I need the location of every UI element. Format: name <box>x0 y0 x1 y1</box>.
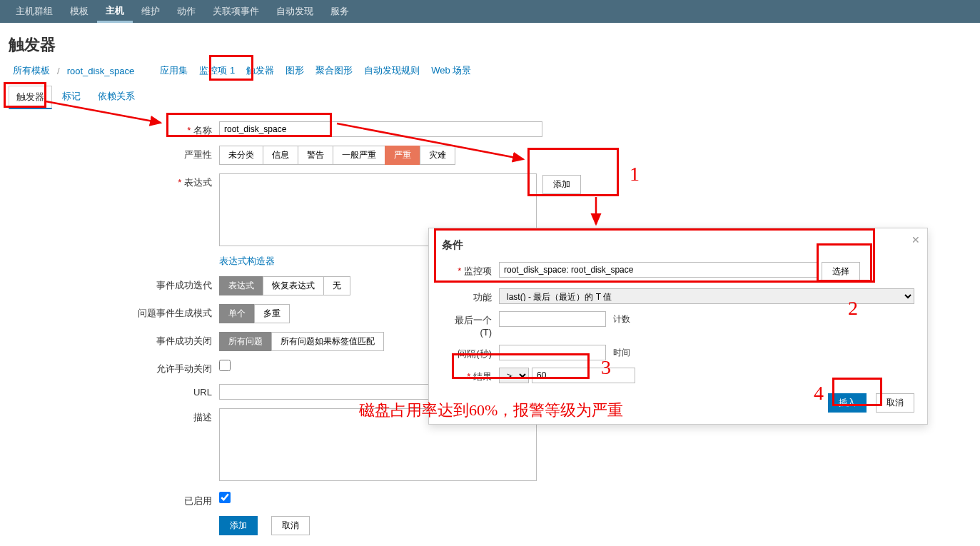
subtabs: 触发器 标记 依赖关系 <box>0 86 980 110</box>
nav-services[interactable]: 服务 <box>322 0 358 23</box>
modal-last-input[interactable] <box>499 311 606 327</box>
ok-close-all[interactable]: 所有问题 <box>219 332 272 351</box>
annotation-text: 磁盘占用率达到60%，报警等级为严重 <box>359 400 623 421</box>
modal-result-label: 结果 <box>467 371 492 382</box>
nav-discovery[interactable]: 自动发现 <box>268 0 322 23</box>
modal-close-icon[interactable]: ✕ <box>911 234 920 246</box>
ok-event-none[interactable]: 无 <box>323 276 350 295</box>
submit-add-button[interactable]: 添加 <box>219 516 258 535</box>
bc-web-scenarios[interactable]: Web 场景 <box>427 64 475 77</box>
sev-not-classified[interactable]: 未分类 <box>219 146 263 165</box>
severity-group: 未分类 信息 警告 一般严重 严重 灾难 <box>219 146 971 165</box>
problem-mode-multiple[interactable]: 多重 <box>254 304 290 323</box>
modal-item-input[interactable] <box>499 262 819 278</box>
sev-disaster[interactable]: 灾难 <box>420 146 455 165</box>
name-label: 名称 <box>187 125 212 136</box>
ok-event-expression[interactable]: 表达式 <box>219 276 263 295</box>
modal-title: 条件 <box>442 238 914 252</box>
expression-label: 表达式 <box>178 177 212 188</box>
url-label: URL <box>193 387 212 398</box>
condition-modal: ✕ 条件 监控项 选择 功能 last() - 最后（最近）的 T 值 最后一个… <box>428 228 928 425</box>
sev-info[interactable]: 信息 <box>263 146 298 165</box>
nav-correlation[interactable]: 关联项事件 <box>204 0 268 23</box>
modal-insert-button[interactable]: 插入 <box>828 393 867 413</box>
nav-hosts[interactable]: 主机 <box>97 0 133 23</box>
bc-template-name[interactable]: root_disk_space <box>63 66 139 76</box>
problem-mode-single[interactable]: 单个 <box>219 304 255 323</box>
modal-interval-input[interactable] <box>499 345 606 360</box>
enabled-label: 已启用 <box>184 495 212 506</box>
modal-result-value-input[interactable] <box>532 368 635 383</box>
sev-warning[interactable]: 警告 <box>298 146 333 165</box>
annotation-num-1: 1 <box>630 163 640 186</box>
bc-triggers[interactable]: 触发器 <box>242 64 278 77</box>
bc-all-templates[interactable]: 所有模板 <box>9 64 54 77</box>
enabled-checkbox[interactable] <box>219 492 231 503</box>
subtab-dependencies[interactable]: 依赖关系 <box>91 86 142 109</box>
sev-high[interactable]: 严重 <box>385 146 420 165</box>
bc-sep: / <box>57 66 60 76</box>
expression-add-button[interactable]: 添加 <box>542 175 581 194</box>
annotation-num-3: 3 <box>601 356 611 379</box>
ok-event-recovery[interactable]: 恢复表达式 <box>263 276 324 295</box>
subtab-trigger[interactable]: 触发器 <box>9 86 52 109</box>
modal-interval-unit: 时间 <box>613 347 630 359</box>
modal-last-unit: 计数 <box>613 313 630 325</box>
modal-last-label: 最后一个 (T) <box>455 315 492 338</box>
ok-close-tag-match[interactable]: 所有问题如果标签值匹配 <box>271 332 384 351</box>
manual-close-label: 允许手动关闭 <box>156 363 212 374</box>
subtab-tags[interactable]: 标记 <box>55 86 88 109</box>
problem-mode-label: 问题事件生成模式 <box>138 308 212 318</box>
modal-result-op-select[interactable]: >= <box>499 368 529 383</box>
top-nav: 主机群组 模板 主机 维护 动作 关联项事件 自动发现 服务 <box>0 0 980 23</box>
bc-items[interactable]: 监控项 1 <box>195 64 239 77</box>
modal-item-label: 监控项 <box>458 266 492 276</box>
submit-cancel-button[interactable]: 取消 <box>271 516 310 535</box>
breadcrumb: 所有模板 / root_disk_space 应用集 监控项 1 触发器 图形 … <box>0 61 980 86</box>
severity-label: 严重性 <box>184 149 212 160</box>
annotation-num-2: 2 <box>848 297 858 320</box>
modal-function-label: 功能 <box>473 292 492 303</box>
ok-event-label: 事件成功迭代 <box>156 280 212 290</box>
desc-label: 描述 <box>193 412 212 423</box>
bc-graphs[interactable]: 图形 <box>281 64 308 77</box>
nav-maintenance[interactable]: 维护 <box>133 0 168 23</box>
page-title: 触发器 <box>0 23 980 61</box>
ok-close-label: 事件成功关闭 <box>156 335 212 346</box>
nav-host-group[interactable]: 主机群组 <box>7 0 61 23</box>
modal-select-button[interactable]: 选择 <box>822 262 860 281</box>
name-input[interactable] <box>219 121 542 137</box>
manual-close-checkbox[interactable] <box>219 360 231 371</box>
bc-discovery-rules[interactable]: 自动发现规则 <box>360 64 424 77</box>
modal-cancel-button[interactable]: 取消 <box>876 393 914 413</box>
bc-apps[interactable]: 应用集 <box>156 64 192 77</box>
nav-templates[interactable]: 模板 <box>61 0 97 23</box>
expression-constructor-link[interactable]: 表达式构造器 <box>219 256 275 266</box>
nav-actions[interactable]: 动作 <box>168 0 204 23</box>
sev-average[interactable]: 一般严重 <box>333 146 385 165</box>
bc-screens[interactable]: 聚合图形 <box>311 64 357 77</box>
modal-interval-label: 间隔(秒) <box>458 348 492 359</box>
annotation-num-4: 4 <box>814 382 824 405</box>
